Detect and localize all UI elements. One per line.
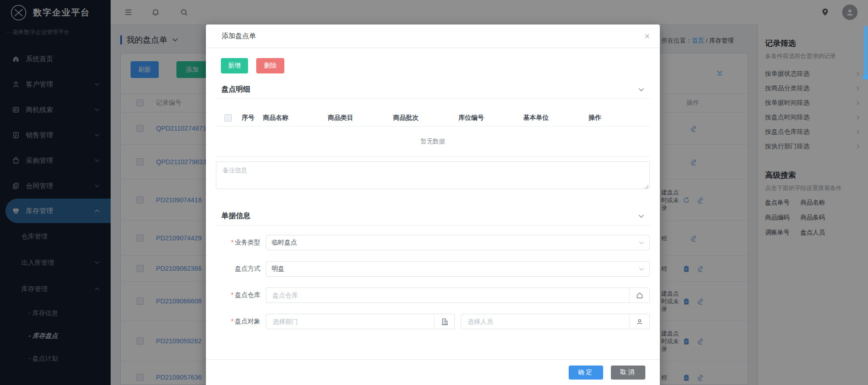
detail-column-header-商品名称: 商品名称 (263, 114, 328, 122)
note-wrapper (216, 161, 650, 191)
required-asterisk: * (231, 317, 234, 325)
confirm-button[interactable]: 确定 (569, 366, 603, 380)
target-fields (266, 314, 650, 329)
close-icon[interactable] (644, 33, 651, 40)
detail-column-header-商品批次: 商品批次 (393, 114, 458, 122)
app-screen: 数字企业平台 ··· 南希数字企业管理平台 系统首页客户管理商机线索销售管理采购… (0, 0, 868, 385)
business-type-label: *业务类型 (216, 239, 266, 247)
detail-select-all-checkbox[interactable] (224, 114, 232, 122)
doc-section-title: 单据信息 (221, 211, 638, 221)
check-method-select[interactable]: 明盘 (266, 261, 650, 277)
detail-section-header: 盘点明细 (221, 85, 644, 94)
detail-column-header-序号: 序号 (242, 114, 263, 122)
new-row-button[interactable]: 新增 (221, 58, 248, 73)
cancel-button[interactable]: 取消 (611, 366, 645, 380)
chevron-down-icon (639, 266, 644, 272)
business-type-value: 临时盘点 (272, 239, 297, 247)
required-asterisk: * (231, 239, 234, 246)
warehouse-picker-button[interactable] (629, 288, 649, 302)
empty-state-text: 暂无数据 (216, 127, 650, 157)
chevron-down-icon (639, 240, 644, 246)
modal-footer: 确定 取消 (206, 359, 660, 385)
form-row-target: *盘点对象 (216, 314, 650, 329)
modal-toolbar: 新增 删除 (221, 58, 650, 73)
warehouse-label: *盘点仓库 (216, 291, 266, 299)
resize-grip[interactable] (644, 185, 649, 189)
department-input[interactable] (272, 317, 431, 326)
person-picker-button[interactable] (629, 314, 649, 329)
detail-column-header-商品类目: 商品类目 (328, 114, 393, 122)
divider (216, 225, 650, 225)
delete-row-button[interactable]: 删除 (256, 58, 284, 73)
divider (216, 98, 650, 99)
doc-section-header: 单据信息 (221, 211, 644, 221)
chevron-down-icon[interactable] (638, 87, 644, 93)
person-input[interactable] (467, 317, 626, 326)
warehouse-input[interactable] (272, 291, 626, 299)
target-label: *盘点对象 (216, 317, 266, 326)
add-check-order-modal: 添加盘点单 新增 删除 盘点明细 序号商品名称商品类目商品批次库位编号基本单位操… (206, 24, 660, 385)
form-row-check-method: 盘点方式 明盘 (216, 261, 650, 277)
chevron-down-icon[interactable] (638, 213, 644, 219)
required-asterisk: * (231, 291, 234, 298)
modal-header: 添加盘点单 (206, 24, 660, 48)
detail-column-header-库位编号: 库位编号 (458, 114, 523, 122)
person-icon (635, 317, 644, 326)
note-textarea[interactable] (216, 161, 650, 189)
house-icon (635, 291, 644, 300)
check-method-label: 盘点方式 (216, 265, 266, 273)
department-field (266, 314, 455, 329)
check-method-value: 明盘 (272, 265, 284, 273)
form-row-warehouse: *盘点仓库 (216, 288, 650, 303)
detail-section-title: 盘点明细 (221, 85, 638, 94)
detail-column-header-基本单位: 基本单位 (523, 114, 589, 122)
warehouse-field (266, 288, 650, 303)
doc-form: *业务类型 临时盘点 盘点方式 明盘 *盘点仓库 (216, 235, 650, 329)
building-icon (440, 317, 449, 326)
form-row-business-type: *业务类型 临时盘点 (216, 235, 650, 250)
person-field (461, 314, 650, 329)
department-picker-button[interactable] (434, 314, 454, 329)
detail-column-header-操作: 操作 (589, 114, 625, 122)
scrollbar-thumb[interactable] (864, 26, 867, 77)
business-type-select[interactable]: 临时盘点 (266, 235, 650, 250)
detail-table-header: 序号商品名称商品类目商品批次库位编号基本单位操作 (216, 110, 650, 127)
modal-title: 添加盘点单 (222, 32, 644, 40)
modal-body: 新增 删除 盘点明细 序号商品名称商品类目商品批次库位编号基本单位操作 暂无数据… (206, 58, 660, 329)
